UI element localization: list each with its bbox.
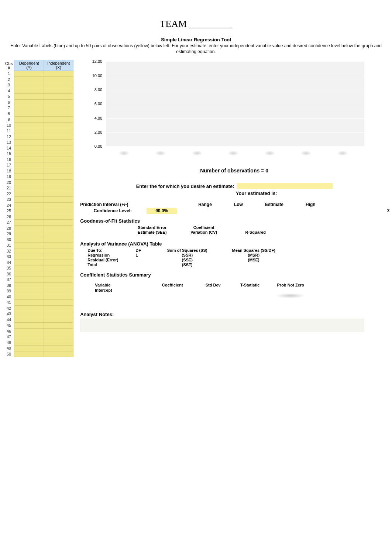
- independent-cell[interactable]: [44, 202, 73, 208]
- dependent-cell[interactable]: [14, 328, 44, 334]
- independent-cell[interactable]: [44, 237, 73, 243]
- independent-cell[interactable]: [44, 105, 73, 111]
- independent-cell[interactable]: [44, 145, 73, 151]
- independent-cell[interactable]: [44, 243, 73, 248]
- independent-cell[interactable]: [44, 128, 73, 134]
- estimate-input[interactable]: [237, 183, 333, 189]
- independent-cell[interactable]: [44, 111, 73, 117]
- dependent-cell[interactable]: [14, 288, 44, 294]
- dependent-cell[interactable]: [14, 71, 44, 77]
- dependent-cell[interactable]: [14, 271, 44, 277]
- independent-cell[interactable]: [44, 76, 73, 82]
- independent-cell[interactable]: [44, 300, 73, 306]
- dependent-cell[interactable]: [14, 162, 44, 168]
- independent-cell[interactable]: [44, 328, 73, 334]
- dependent-cell[interactable]: [14, 254, 44, 260]
- independent-cell[interactable]: [44, 277, 73, 283]
- independent-cell[interactable]: [44, 311, 73, 317]
- dependent-cell[interactable]: [14, 311, 44, 317]
- dependent-cell[interactable]: [14, 305, 44, 311]
- dependent-cell[interactable]: [14, 117, 44, 123]
- dependent-cell[interactable]: [14, 94, 44, 100]
- dependent-cell[interactable]: [14, 340, 44, 346]
- independent-cell[interactable]: [44, 271, 73, 277]
- dependent-cell[interactable]: [14, 145, 44, 151]
- independent-cell[interactable]: [44, 220, 73, 226]
- independent-cell[interactable]: [44, 260, 73, 265]
- independent-cell[interactable]: [44, 168, 73, 174]
- independent-cell[interactable]: [44, 317, 73, 323]
- dependent-cell[interactable]: [14, 151, 44, 157]
- dependent-cell[interactable]: [14, 105, 44, 111]
- dependent-cell[interactable]: [14, 128, 44, 134]
- dependent-cell[interactable]: [14, 76, 44, 82]
- dependent-cell[interactable]: [14, 225, 44, 231]
- independent-cell[interactable]: [44, 294, 73, 300]
- independent-cell[interactable]: [44, 117, 73, 123]
- dependent-cell[interactable]: [14, 122, 44, 128]
- dependent-cell[interactable]: [14, 174, 44, 180]
- independent-cell[interactable]: [44, 254, 73, 260]
- dependent-cell[interactable]: [14, 88, 44, 94]
- independent-cell[interactable]: [44, 340, 73, 346]
- dependent-cell[interactable]: [14, 208, 44, 214]
- independent-cell[interactable]: [44, 197, 73, 203]
- dependent-cell[interactable]: [14, 334, 44, 340]
- dependent-cell[interactable]: [14, 214, 44, 220]
- independent-cell[interactable]: [44, 334, 73, 340]
- independent-cell[interactable]: [44, 346, 73, 351]
- dependent-cell[interactable]: [14, 260, 44, 265]
- independent-cell[interactable]: [44, 82, 73, 88]
- independent-cell[interactable]: [44, 351, 73, 357]
- independent-cell[interactable]: [44, 179, 73, 185]
- dependent-cell[interactable]: [14, 134, 44, 140]
- independent-cell[interactable]: [44, 323, 73, 329]
- independent-cell[interactable]: [44, 305, 73, 311]
- independent-cell[interactable]: [44, 231, 73, 237]
- independent-cell[interactable]: [44, 157, 73, 162]
- dependent-cell[interactable]: [14, 220, 44, 226]
- dependent-cell[interactable]: [14, 202, 44, 208]
- independent-cell[interactable]: [44, 174, 73, 180]
- independent-cell[interactable]: [44, 151, 73, 157]
- analyst-notes-input[interactable]: [80, 319, 364, 332]
- dependent-cell[interactable]: [14, 277, 44, 283]
- dependent-cell[interactable]: [14, 168, 44, 174]
- dependent-cell[interactable]: [14, 197, 44, 203]
- dependent-cell[interactable]: [14, 351, 44, 357]
- dependent-cell[interactable]: [14, 294, 44, 300]
- dependent-cell[interactable]: [14, 346, 44, 351]
- dependent-cell[interactable]: [14, 323, 44, 329]
- dependent-cell[interactable]: [14, 300, 44, 306]
- independent-cell[interactable]: [44, 248, 73, 254]
- independent-cell[interactable]: [44, 214, 73, 220]
- independent-cell[interactable]: [44, 88, 73, 94]
- dependent-cell[interactable]: [14, 140, 44, 145]
- independent-cell[interactable]: [44, 94, 73, 100]
- dependent-cell[interactable]: [14, 231, 44, 237]
- dependent-cell[interactable]: [14, 111, 44, 117]
- dependent-cell[interactable]: [14, 82, 44, 88]
- independent-cell[interactable]: [44, 140, 73, 145]
- dependent-cell[interactable]: [14, 282, 44, 288]
- independent-cell[interactable]: [44, 99, 73, 105]
- independent-cell[interactable]: [44, 208, 73, 214]
- independent-header[interactable]: Independent (X): [44, 60, 73, 71]
- independent-cell[interactable]: [44, 265, 73, 271]
- dependent-cell[interactable]: [14, 317, 44, 323]
- independent-cell[interactable]: [44, 71, 73, 77]
- dependent-cell[interactable]: [14, 185, 44, 191]
- independent-cell[interactable]: [44, 122, 73, 128]
- confidence-level-input[interactable]: 90.0%: [147, 208, 177, 214]
- independent-cell[interactable]: [44, 282, 73, 288]
- dependent-cell[interactable]: [14, 99, 44, 105]
- dependent-cell[interactable]: [14, 191, 44, 197]
- dependent-cell[interactable]: [14, 248, 44, 254]
- independent-cell[interactable]: [44, 225, 73, 231]
- dependent-cell[interactable]: [14, 179, 44, 185]
- independent-cell[interactable]: [44, 191, 73, 197]
- independent-cell[interactable]: [44, 288, 73, 294]
- dependent-cell[interactable]: [14, 237, 44, 243]
- dependent-cell[interactable]: [14, 243, 44, 248]
- dependent-cell[interactable]: [14, 265, 44, 271]
